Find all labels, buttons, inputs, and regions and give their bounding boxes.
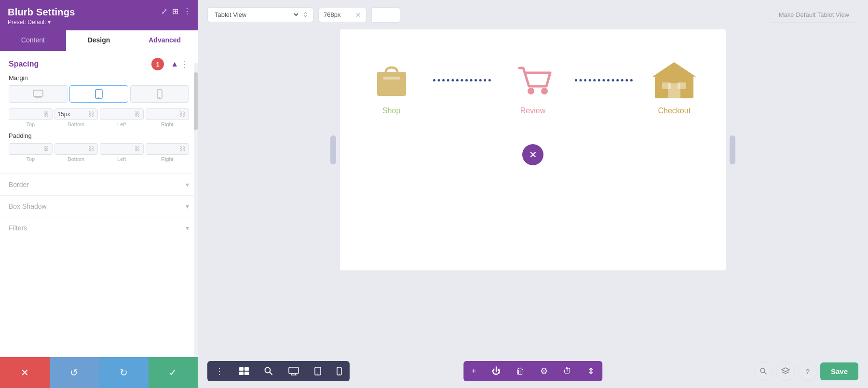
toolbar-history-btn[interactable]: ⏱ <box>556 361 580 381</box>
margin-top-input[interactable] <box>12 111 42 118</box>
checkout-icon <box>652 58 696 102</box>
margin-left-group: ⛓ Left <box>100 108 144 127</box>
svg-rect-16 <box>678 82 686 89</box>
more-options-icon[interactable]: ⋮ <box>183 7 191 16</box>
padding-bottom-input[interactable] <box>58 146 88 152</box>
canvas-resize-right-handle[interactable] <box>730 135 735 164</box>
svg-line-32 <box>764 372 766 374</box>
help-circle-btn[interactable]: ? <box>798 361 817 381</box>
toolbar-layout-btn[interactable] <box>231 361 257 381</box>
svg-line-22 <box>270 372 272 375</box>
canvas-wrapper: Shop Review <box>340 29 726 270</box>
margin-bottom-label: Bottom <box>68 121 84 127</box>
padding-bottom-group: ⛓ Bottom <box>54 143 98 162</box>
scroll-thumb[interactable] <box>194 72 198 130</box>
toolbar-delete-btn[interactable]: 🗑 <box>508 361 532 381</box>
toolbar-desktop-btn[interactable] <box>281 361 307 381</box>
toolbar-power-btn[interactable]: ⏻ <box>484 361 508 381</box>
canvas-close-button[interactable]: ✕ <box>522 144 543 165</box>
mobile-device-btn[interactable] <box>130 85 189 103</box>
padding-right-input[interactable] <box>149 146 179 152</box>
spacing-menu-icon[interactable]: ⋮ <box>180 59 189 69</box>
margin-right-group: ⛓ Right <box>146 108 190 127</box>
make-default-button[interactable]: Make Default Tablet View <box>770 7 858 23</box>
shop-row: Shop Review <box>350 49 716 130</box>
panel-header: Blurb Settings Preset: Default ▾ ⤢ ⊞ ⋮ <box>0 0 198 30</box>
left-panel: Blurb Settings Preset: Default ▾ ⤢ ⊞ ⋮ C… <box>0 0 198 388</box>
svg-marker-13 <box>652 62 696 77</box>
padding-label: Padding <box>9 132 189 139</box>
border-title: Border <box>9 181 186 188</box>
margin-bottom-link-icon[interactable]: ⛓ <box>89 111 95 118</box>
padding-left-link-icon[interactable]: ⛓ <box>135 146 140 152</box>
margin-label: Margin <box>9 74 189 81</box>
dotted-line-2 <box>575 79 633 81</box>
padding-top-input[interactable] <box>12 146 42 152</box>
margin-right-input[interactable] <box>149 111 179 118</box>
checkout-item: Checkout <box>633 58 716 115</box>
box-shadow-chevron-icon: ▾ <box>186 202 189 210</box>
margin-bottom-input[interactable] <box>58 111 88 118</box>
margin-bottom-group: ⛓ Bottom <box>54 108 98 127</box>
review-label: Review <box>520 107 545 115</box>
px-clear-icon[interactable]: ✕ <box>355 11 361 19</box>
redo-button[interactable]: ↻ <box>99 357 149 388</box>
spacing-controls: Margin ⛓ Top <box>0 74 198 174</box>
margin-top-link-icon[interactable]: ⛓ <box>43 111 49 118</box>
filters-section[interactable]: Filters ▾ <box>0 217 198 239</box>
undo-button[interactable]: ↺ <box>50 357 99 388</box>
spacing-section-header: Spacing 1 ▲ ⋮ <box>0 51 198 74</box>
margin-left-input[interactable] <box>103 111 134 118</box>
dotted-line-1 <box>433 79 491 81</box>
confirm-button[interactable]: ✓ <box>149 357 198 388</box>
padding-top-link-icon[interactable]: ⛓ <box>43 146 49 152</box>
margin-left-link-icon[interactable]: ⛓ <box>135 111 140 118</box>
layers-circle-btn[interactable] <box>776 361 795 381</box>
toolbar-add-btn[interactable]: + <box>463 361 484 381</box>
margin-left-label: Left <box>117 121 126 127</box>
cancel-button[interactable]: ✕ <box>0 357 50 388</box>
padding-right-link-icon[interactable]: ⛓ <box>180 146 186 152</box>
tablet-device-btn[interactable] <box>69 85 128 103</box>
desktop-device-btn[interactable] <box>9 85 68 103</box>
spacing-collapse-icon[interactable]: ▲ <box>171 60 178 68</box>
box-shadow-title: Box Shadow <box>9 202 186 210</box>
margin-right-link-icon[interactable]: ⛓ <box>180 111 186 118</box>
search-circle-btn[interactable] <box>754 361 773 381</box>
panel-footer: ✕ ↺ ↻ ✓ <box>0 357 198 388</box>
toolbar-transform-btn[interactable]: ⇕ <box>580 361 602 381</box>
svg-point-10 <box>528 88 534 94</box>
svg-point-7 <box>159 97 160 98</box>
toolbar-more-btn[interactable]: ⋮ <box>207 361 231 381</box>
review-item: Review <box>491 58 574 115</box>
canvas-area: Shop Review <box>198 29 868 356</box>
panel-header-icons: ⤢ ⊞ ⋮ <box>161 7 191 16</box>
toolbar-mobile-btn[interactable] <box>329 361 350 381</box>
svg-rect-8 <box>377 72 406 96</box>
border-section[interactable]: Border ▾ <box>0 174 198 195</box>
padding-left-group: ⛓ Left <box>100 143 144 162</box>
canvas-resize-left-handle[interactable] <box>330 135 336 164</box>
width-input[interactable] <box>324 11 353 18</box>
save-button[interactable]: Save <box>820 362 858 380</box>
margin-right-label: Right <box>161 121 174 127</box>
padding-right-group: ⛓ Right <box>146 143 190 162</box>
toolbar-search-btn[interactable] <box>257 361 281 381</box>
padding-left-input[interactable] <box>103 146 134 152</box>
view-select[interactable]: Tablet View Desktop View Mobile View <box>213 11 300 19</box>
panel-preset[interactable]: Preset: Default ▾ <box>8 19 190 26</box>
tab-content[interactable]: Content <box>0 30 66 51</box>
svg-rect-0 <box>33 90 43 96</box>
svg-point-30 <box>339 374 340 375</box>
columns-icon[interactable]: ⊞ <box>172 7 178 16</box>
help-icon: ? <box>806 367 810 375</box>
svg-rect-20 <box>244 372 249 375</box>
box-shadow-section[interactable]: Box Shadow ▾ <box>0 195 198 217</box>
tab-design[interactable]: Design <box>66 30 132 51</box>
tab-advanced[interactable]: Advanced <box>132 30 198 51</box>
border-chevron-icon: ▾ <box>186 181 189 188</box>
toolbar-tablet-btn[interactable] <box>307 361 329 381</box>
toolbar-settings-btn[interactable]: ⚙ <box>532 361 556 381</box>
padding-bottom-link-icon[interactable]: ⛓ <box>89 146 95 152</box>
fullscreen-icon[interactable]: ⤢ <box>161 7 167 16</box>
